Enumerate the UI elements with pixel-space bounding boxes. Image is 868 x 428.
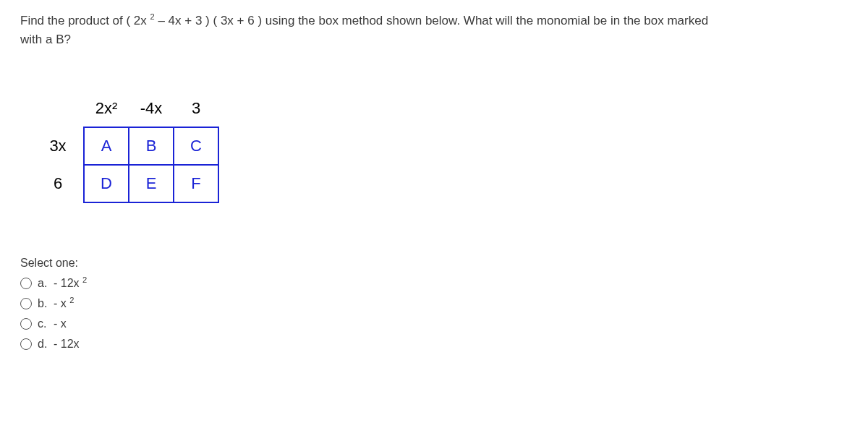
radio-icon[interactable]	[20, 338, 32, 350]
cell-F: F	[174, 165, 218, 202]
option-d[interactable]: d. - 12x	[20, 338, 848, 351]
box-method-diagram: 2x² -4x 3 3x A B C 6 D E F	[36, 90, 848, 203]
question-text: Find the product of ( 2x 2 – 4x + 3 ) ( …	[20, 12, 848, 48]
cell-E: E	[129, 165, 174, 202]
row-label-2: 6	[36, 165, 84, 202]
col-header-2: -4x	[129, 90, 174, 127]
answer-options: a. - 12x 2 b. - x 2 c. - x d. - 12x	[20, 277, 848, 351]
cell-C: C	[174, 127, 218, 165]
option-a[interactable]: a. - 12x 2	[20, 277, 848, 290]
option-c[interactable]: c. - x	[20, 317, 848, 330]
cell-B: B	[129, 127, 174, 165]
select-one-label: Select one:	[20, 257, 848, 270]
col-header-3: 3	[174, 90, 218, 127]
row-label-1: 3x	[36, 127, 84, 165]
cell-A: A	[84, 127, 129, 165]
radio-icon[interactable]	[20, 278, 32, 289]
cell-D: D	[84, 165, 129, 202]
radio-icon[interactable]	[20, 318, 32, 330]
option-b[interactable]: b. - x 2	[20, 297, 848, 310]
radio-icon[interactable]	[20, 298, 32, 309]
col-header-1: 2x²	[84, 90, 129, 127]
